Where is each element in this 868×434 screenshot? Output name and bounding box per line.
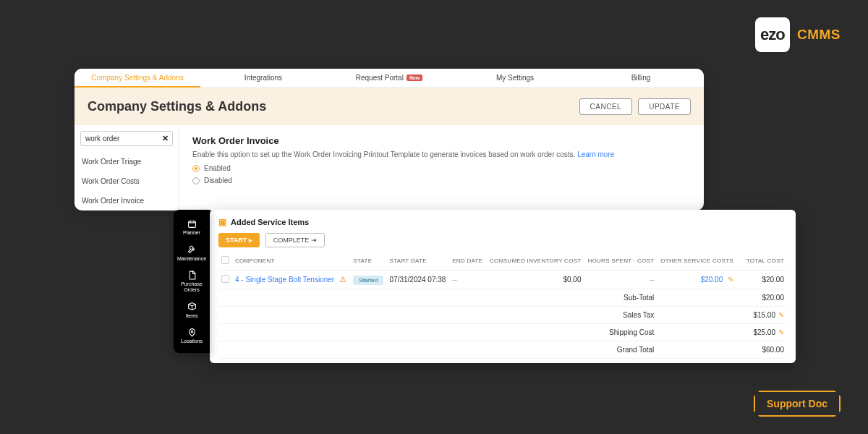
component-link[interactable]: 4 - Single Stage Bolt Tensioner — [235, 276, 334, 284]
summary-value: $15.00✎ — [736, 307, 787, 324]
col-component: COMPONENT — [232, 252, 350, 271]
settings-sidebar: ✕ Work Order Triage Work Order Costs Wor… — [75, 125, 179, 210]
tab-request-portal[interactable]: Request Portal New — [326, 69, 452, 87]
col-consumed: CONSUMED INVENTORY COST — [486, 252, 584, 271]
summary-value: $25.00✎ — [736, 324, 787, 341]
cell-start-date: 07/31/2024 07:38 — [387, 271, 450, 289]
sidebar-item-costs[interactable]: Work Order Costs — [75, 171, 179, 191]
document-icon — [187, 270, 197, 280]
start-button[interactable]: START ▸ — [218, 233, 260, 247]
sidebar-item-triage[interactable]: Work Order Triage — [75, 152, 179, 171]
col-total: TOTAL COST — [736, 252, 787, 271]
other-cost-link[interactable]: $20.00 — [701, 276, 723, 284]
edit-icon[interactable]: ✎ — [778, 328, 784, 336]
select-all-checkbox[interactable] — [221, 256, 229, 264]
summary-label: Grand Total — [218, 341, 657, 359]
col-other: OTHER SERVICE COSTS — [657, 252, 736, 271]
tab-label: Request Portal — [356, 74, 404, 82]
brand-logo: ezo CMMS — [755, 17, 841, 52]
tab-company-settings[interactable]: Company Settings & Addons — [75, 69, 200, 87]
radio-icon — [192, 177, 200, 184]
header-actions: CANCEL UPDATE — [579, 98, 691, 115]
summary-grandtotal: Grand Total $60.00 — [218, 341, 787, 359]
radio-icon — [192, 165, 200, 172]
cell-hours: -- — [584, 271, 658, 289]
cell-total: $20.00 — [736, 271, 787, 289]
panel-actions: START ▸ COMPLETE ⇥ — [218, 233, 787, 247]
wrench-icon — [187, 244, 197, 255]
col-state: STATE — [350, 252, 386, 271]
search-wrap: ✕ — [75, 125, 179, 152]
panel-title: ▣ Added Service Items — [218, 217, 787, 227]
summary-salestax: Sales Tax $15.00✎ — [218, 307, 787, 324]
learn-more-link[interactable]: Learn more — [577, 150, 614, 158]
summary-label: Sub-Total — [218, 289, 657, 307]
sidebar-item-invoice[interactable]: Work Order Invoice — [75, 191, 179, 210]
panel-title-text: Added Service Items — [231, 218, 309, 226]
panel-icon: ▣ — [218, 217, 226, 227]
cancel-button[interactable]: CANCEL — [579, 98, 633, 115]
clear-icon[interactable]: ✕ — [162, 134, 169, 143]
svg-rect-0 — [188, 221, 195, 227]
state-pill: Started — [353, 276, 383, 285]
logo-product: CMMS — [797, 27, 841, 43]
logo-mark: ezo — [755, 17, 790, 52]
nav-label: Items — [185, 313, 197, 319]
tab-my-settings[interactable]: My Settings — [452, 69, 578, 87]
page-title: Company Settings & Addons — [88, 99, 266, 114]
support-doc-badge[interactable]: Support Doc — [754, 391, 841, 417]
nav-items[interactable]: Items — [174, 297, 210, 323]
col-end-date: END DATE — [449, 252, 486, 271]
nav-planner[interactable]: Planner — [174, 214, 210, 240]
cell-state: Started — [350, 271, 386, 289]
table-header-row: COMPONENT STATE START DATE END DATE CONS… — [218, 252, 787, 271]
cell-component: 4 - Single Stage Bolt Tensioner ⚠ — [232, 271, 350, 289]
summary-label: Shipping Cost — [218, 324, 657, 341]
radio-label: Disabled — [204, 176, 232, 184]
nav-purchase-orders[interactable]: Purchase Orders — [174, 265, 210, 297]
content-area: Work Order Invoice Enable this option to… — [179, 125, 704, 210]
box-icon — [187, 302, 197, 312]
cell-end-date: -- — [449, 271, 486, 289]
section-title: Work Order Invoice — [192, 135, 691, 146]
page-header: Company Settings & Addons CANCEL UPDATE — [75, 88, 704, 125]
summary-value: $20.00 — [736, 289, 787, 307]
search-input[interactable] — [80, 131, 173, 146]
radio-label: Enabled — [204, 164, 231, 172]
summary-shipping: Shipping Cost $25.00✎ — [218, 324, 787, 341]
new-badge: New — [407, 75, 422, 81]
svg-point-1 — [191, 331, 193, 333]
table-row: 4 - Single Stage Bolt Tensioner ⚠ Starte… — [218, 271, 787, 289]
summary-subtotal: Sub-Total $20.00 — [218, 289, 787, 307]
row-checkbox[interactable] — [221, 275, 229, 283]
summary-value: $60.00 — [736, 341, 787, 359]
update-button[interactable]: UPDATE — [638, 98, 691, 115]
nav-locations[interactable]: Locations — [174, 323, 210, 349]
edit-icon[interactable]: ✎ — [778, 311, 784, 319]
edit-icon[interactable]: ✎ — [728, 276, 733, 284]
settings-card: Company Settings & Addons Integrations R… — [75, 69, 704, 210]
complete-button[interactable]: COMPLETE ⇥ — [265, 233, 325, 247]
service-table: COMPONENT STATE START DATE END DATE CONS… — [218, 252, 787, 359]
col-hours: HOURS SPENT · COST — [584, 252, 658, 271]
nav-label: Purchase Orders — [175, 281, 208, 292]
body: ✕ Work Order Triage Work Order Costs Wor… — [75, 125, 704, 210]
calendar-icon — [187, 218, 197, 229]
nav-label: Maintenance — [177, 256, 206, 262]
radio-enabled[interactable]: Enabled — [192, 164, 691, 172]
summary-label: Sales Tax — [218, 307, 657, 324]
top-tabs: Company Settings & Addons Integrations R… — [75, 69, 704, 88]
cell-other: $20.00 ✎ — [657, 271, 736, 289]
nav-maintenance[interactable]: Maintenance — [174, 240, 210, 266]
tab-integrations[interactable]: Integrations — [200, 69, 326, 87]
nav-label: Planner — [183, 230, 200, 236]
radio-disabled[interactable]: Disabled — [192, 176, 691, 184]
cell-consumed: $0.00 — [486, 271, 584, 289]
tab-billing[interactable]: Billing — [578, 69, 704, 87]
floating-nav: Planner Maintenance Purchase Orders Item… — [174, 210, 210, 353]
section-description: Enable this option to set up the Work Or… — [192, 150, 691, 158]
nav-label: Locations — [181, 339, 203, 344]
col-start-date: START DATE — [387, 252, 450, 271]
warning-icon: ⚠ — [339, 275, 346, 284]
pin-icon — [187, 327, 197, 337]
